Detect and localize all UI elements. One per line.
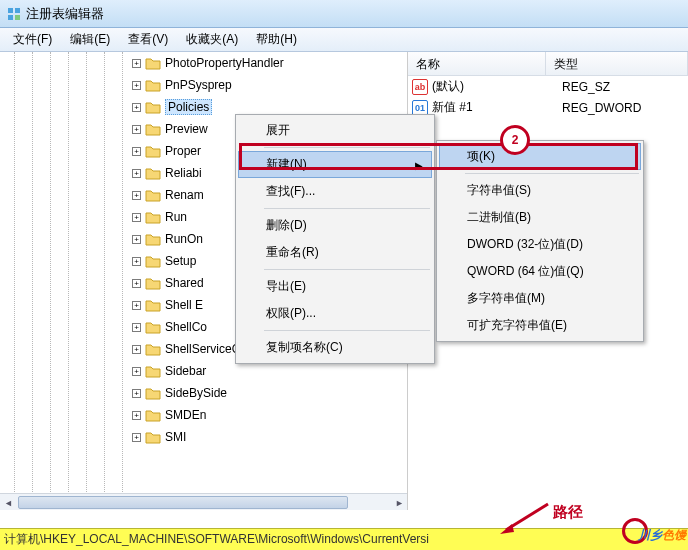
scroll-left-button[interactable]: ◄ <box>0 494 17 510</box>
submenu-arrow-icon: ▶ <box>415 159 423 170</box>
expand-icon[interactable]: + <box>132 125 141 134</box>
tree-node[interactable]: +SMI <box>132 426 407 448</box>
folder-icon <box>145 298 161 312</box>
ctx-separator <box>465 173 639 174</box>
ctx-copy-key-name[interactable]: 复制项名称(C) <box>238 334 432 361</box>
window-title: 注册表编辑器 <box>26 5 104 23</box>
svg-marker-5 <box>500 524 514 534</box>
ctx-new-multistring[interactable]: 多字符串值(M) <box>439 285 641 312</box>
folder-icon <box>145 100 161 114</box>
expand-icon[interactable]: + <box>132 257 141 266</box>
tree-node-label: PnPSysprep <box>165 78 232 92</box>
menu-view[interactable]: 查看(V) <box>119 28 177 51</box>
tree-node-label: Shell E <box>165 298 203 312</box>
expand-icon[interactable]: + <box>132 345 141 354</box>
tree-node[interactable]: +PhotoPropertyHandler <box>132 52 407 74</box>
tree-node-label: Setup <box>165 254 196 268</box>
folder-icon <box>145 122 161 136</box>
watermark-part-b: 色馒 <box>662 528 686 542</box>
folder-icon <box>145 320 161 334</box>
value-type-icon: ab <box>412 79 428 95</box>
horizontal-scrollbar[interactable]: ◄ ► <box>0 493 408 510</box>
status-bar: 计算机\HKEY_LOCAL_MACHINE\SOFTWARE\Microsof… <box>0 528 688 550</box>
tree-node-label: Preview <box>165 122 208 136</box>
tree-node-label: RunOn <box>165 232 203 246</box>
ctx-permissions[interactable]: 权限(P)... <box>238 300 432 327</box>
list-row[interactable]: ab(默认)REG_SZ <box>408 76 688 97</box>
tree-node[interactable]: +SMDEn <box>132 404 407 426</box>
ctx-new[interactable]: 新建(N) ▶ <box>238 151 432 178</box>
ctx-rename[interactable]: 重命名(R) <box>238 239 432 266</box>
expand-icon[interactable]: + <box>132 389 141 398</box>
svg-rect-0 <box>8 8 13 13</box>
column-header-name[interactable]: 名称 <box>408 52 546 75</box>
expand-icon[interactable]: + <box>132 279 141 288</box>
ctx-separator <box>264 330 430 331</box>
expand-icon[interactable]: + <box>132 59 141 68</box>
tree-node-label: SMDEn <box>165 408 206 422</box>
context-submenu-new: 项(K) 字符串值(S) 二进制值(B) DWORD (32-位)值(D) QW… <box>436 140 644 342</box>
list-cell-name: (默认) <box>432 78 562 95</box>
folder-icon <box>145 144 161 158</box>
ctx-new-expandstring[interactable]: 可扩充字符串值(E) <box>439 312 641 339</box>
expand-icon[interactable]: + <box>132 81 141 90</box>
ctx-separator <box>264 269 430 270</box>
tree-node-label: PhotoPropertyHandler <box>165 56 284 70</box>
expand-icon[interactable]: + <box>132 235 141 244</box>
tree-node-label: SMI <box>165 430 186 444</box>
annotation-arrow-icon <box>498 500 558 536</box>
status-path: 计算机\HKEY_LOCAL_MACHINE\SOFTWARE\Microsof… <box>4 531 429 548</box>
tree-node-label: Sidebar <box>165 364 206 378</box>
tree-node-label: Reliabi <box>165 166 202 180</box>
ctx-separator <box>264 147 430 148</box>
ctx-find[interactable]: 查找(F)... <box>238 178 432 205</box>
menu-help[interactable]: 帮助(H) <box>247 28 306 51</box>
list-cell-type: REG_DWORD <box>562 101 641 115</box>
menu-favorites[interactable]: 收藏夹(A) <box>177 28 247 51</box>
list-row[interactable]: 01新值 #1REG_DWORD <box>408 97 688 118</box>
svg-rect-3 <box>15 15 20 20</box>
list-header: 名称 类型 <box>408 52 688 76</box>
expand-icon[interactable]: + <box>132 103 141 112</box>
folder-icon <box>145 408 161 422</box>
ctx-new-key[interactable]: 项(K) <box>439 143 641 170</box>
expand-icon[interactable]: + <box>132 367 141 376</box>
tree-node-label: Proper <box>165 144 201 158</box>
folder-icon <box>145 232 161 246</box>
expand-icon[interactable]: + <box>132 433 141 442</box>
svg-rect-2 <box>8 15 13 20</box>
annotation-step-number: 2 <box>512 133 519 147</box>
expand-icon[interactable]: + <box>132 191 141 200</box>
tree-node-label: Renam <box>165 188 204 202</box>
tree-node[interactable]: +PnPSysprep <box>132 74 407 96</box>
folder-icon <box>145 166 161 180</box>
expand-icon[interactable]: + <box>132 301 141 310</box>
menu-edit[interactable]: 编辑(E) <box>61 28 119 51</box>
ctx-expand[interactable]: 展开 <box>238 117 432 144</box>
expand-icon[interactable]: + <box>132 147 141 156</box>
ctx-export[interactable]: 导出(E) <box>238 273 432 300</box>
expand-icon[interactable]: + <box>132 411 141 420</box>
folder-icon <box>145 56 161 70</box>
ctx-new-dword[interactable]: DWORD (32-位)值(D) <box>439 231 641 258</box>
folder-icon <box>145 430 161 444</box>
folder-icon <box>145 276 161 290</box>
svg-rect-1 <box>15 8 20 13</box>
expand-icon[interactable]: + <box>132 213 141 222</box>
tree-node[interactable]: +SideBySide <box>132 382 407 404</box>
column-header-type[interactable]: 类型 <box>546 52 688 75</box>
folder-icon <box>145 342 161 356</box>
expand-icon[interactable]: + <box>132 323 141 332</box>
list-cell-name: 新值 #1 <box>432 99 562 116</box>
ctx-delete[interactable]: 删除(D) <box>238 212 432 239</box>
menu-file[interactable]: 文件(F) <box>4 28 61 51</box>
expand-icon[interactable]: + <box>132 169 141 178</box>
folder-icon <box>145 254 161 268</box>
ctx-new-qword[interactable]: QWORD (64 位)值(Q) <box>439 258 641 285</box>
title-bar: 注册表编辑器 <box>0 0 688 28</box>
scroll-thumb[interactable] <box>18 496 348 509</box>
ctx-new-binary[interactable]: 二进制值(B) <box>439 204 641 231</box>
ctx-new-string[interactable]: 字符串值(S) <box>439 177 641 204</box>
ctx-separator <box>264 208 430 209</box>
scroll-right-button[interactable]: ► <box>391 494 408 510</box>
